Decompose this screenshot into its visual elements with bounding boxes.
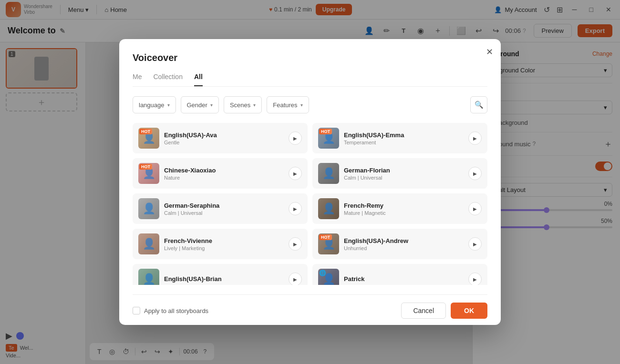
voice-avatar: 👤🌐	[318, 269, 339, 285]
voice-name: German-Seraphina	[164, 202, 284, 209]
voice-filters: language ▾ Gender ▾ Scenes ▾ Features ▾ …	[133, 96, 487, 113]
language-filter[interactable]: language ▾	[133, 96, 176, 113]
voice-avatar: 👤	[138, 233, 159, 254]
voice-name: German-Florian	[344, 167, 464, 174]
voice-description: Calm | Universal	[344, 175, 464, 181]
apply-all-checkbox[interactable]: Apply to all storyboards	[133, 307, 208, 314]
voice-card[interactable]: 👤English(USA)-Brian▶	[133, 264, 308, 285]
voice-card[interactable]: 👤German-SeraphinaCalm | Universal▶	[133, 193, 308, 224]
voice-play-button[interactable]: ▶	[468, 273, 482, 285]
voice-card[interactable]: 👤German-FlorianCalm | Universal▶	[312, 158, 487, 189]
voice-info: English(USA)-AndrewUnhurried	[344, 237, 464, 251]
modal-title: Voiceover	[133, 52, 487, 63]
voice-description: Mature | Magnetic	[344, 210, 464, 216]
voice-info: German-FlorianCalm | Universal	[344, 167, 464, 181]
search-icon: 🔍	[475, 101, 484, 109]
tab-all[interactable]: All	[194, 73, 203, 86]
voice-description: Temperament	[344, 140, 464, 145]
voice-avatar: 👤	[138, 269, 159, 285]
voiceover-modal: Voiceover ✕ Me Collection All language ▾…	[119, 39, 501, 325]
voice-description: Unhurried	[344, 245, 464, 251]
features-chevron-icon: ▾	[300, 102, 303, 108]
voice-name: English(USA)-Andrew	[344, 237, 464, 244]
scenes-chevron-icon: ▾	[253, 102, 256, 108]
voice-card[interactable]: 👤French-RemyMature | Magnetic▶	[312, 193, 487, 224]
tab-me[interactable]: Me	[133, 73, 142, 86]
ok-button[interactable]: OK	[451, 303, 487, 319]
voice-play-button[interactable]: ▶	[289, 202, 302, 215]
voice-card[interactable]: 👤HOTEnglish(USA)-EmmaTemperament▶	[312, 123, 487, 153]
voice-info: French-VivienneLively | Marketing	[164, 237, 284, 251]
voice-avatar: 👤HOT	[138, 128, 159, 149]
voice-info: Chinese-XiaoxiaoNature	[164, 167, 284, 181]
gender-filter[interactable]: Gender ▾	[181, 96, 219, 113]
voice-info: English(USA)-EmmaTemperament	[344, 131, 464, 145]
voice-avatar: 👤	[318, 198, 339, 219]
cancel-button[interactable]: Cancel	[401, 303, 446, 319]
voice-avatar: 👤HOT	[318, 128, 339, 149]
voice-name: English(USA)-Emma	[344, 131, 464, 139]
modal-actions: Cancel OK	[401, 303, 487, 319]
voice-description: Lively | Marketing	[164, 245, 284, 251]
voice-info: English(USA)-AvaGentle	[164, 131, 284, 145]
voice-description: Gentle	[164, 140, 284, 145]
voice-name: English(USA)-Ava	[164, 131, 284, 139]
modal-close-button[interactable]: ✕	[486, 47, 493, 57]
voice-name: French-Vivienne	[164, 237, 284, 244]
voice-info: German-SeraphinaCalm | Universal	[164, 202, 284, 216]
checkbox-input[interactable]	[133, 307, 140, 314]
voice-description: Calm | Universal	[164, 210, 284, 216]
voice-avatar: 👤HOT	[138, 163, 159, 184]
globe-badge: 🌐	[319, 270, 326, 276]
voice-card[interactable]: 👤HOTChinese-XiaoxiaoNature▶	[133, 158, 308, 189]
voice-play-button[interactable]: ▶	[468, 167, 482, 180]
voice-name: English(USA)-Brian	[164, 275, 284, 283]
voice-play-button[interactable]: ▶	[468, 131, 482, 145]
gender-chevron-icon: ▾	[210, 102, 213, 108]
voice-info: English(USA)-Brian	[164, 275, 284, 283]
voice-card[interactable]: 👤🌐Patrick▶	[312, 264, 487, 285]
voice-card[interactable]: 👤HOTEnglish(USA)-AvaGentle▶	[133, 123, 308, 153]
tab-collection[interactable]: Collection	[153, 73, 182, 86]
voice-avatar: 👤	[138, 198, 159, 219]
voice-play-button[interactable]: ▶	[289, 237, 302, 251]
voice-play-button[interactable]: ▶	[289, 273, 302, 285]
voices-grid: 👤HOTEnglish(USA)-AvaGentle▶👤HOTEnglish(U…	[133, 123, 487, 285]
voice-info: Patrick	[344, 275, 464, 283]
voice-play-button[interactable]: ▶	[468, 202, 482, 215]
voice-avatar: 👤	[318, 163, 339, 184]
hot-badge: HOT	[319, 234, 332, 240]
features-filter[interactable]: Features ▾	[267, 96, 309, 113]
hot-badge: HOT	[319, 129, 332, 134]
voice-play-button[interactable]: ▶	[289, 167, 302, 180]
voice-name: Chinese-Xiaoxiao	[164, 167, 284, 174]
voice-avatar: 👤HOT	[318, 233, 339, 254]
language-chevron-icon: ▾	[167, 102, 170, 108]
voice-card[interactable]: 👤French-VivienneLively | Marketing▶	[133, 229, 308, 259]
hot-badge: HOT	[139, 129, 152, 134]
voice-card[interactable]: 👤HOTEnglish(USA)-AndrewUnhurried▶	[312, 229, 487, 259]
hot-badge: HOT	[139, 164, 152, 170]
voice-play-button[interactable]: ▶	[289, 131, 302, 145]
voice-search-button[interactable]: 🔍	[470, 96, 487, 113]
voice-description: Nature	[164, 175, 284, 181]
voice-name: Patrick	[344, 275, 464, 283]
voice-name: French-Remy	[344, 202, 464, 209]
scenes-filter[interactable]: Scenes ▾	[224, 96, 262, 113]
voice-play-button[interactable]: ▶	[468, 237, 482, 251]
voice-info: French-RemyMature | Magnetic	[344, 202, 464, 216]
modal-overlay[interactable]: Voiceover ✕ Me Collection All language ▾…	[0, 0, 620, 364]
modal-tabs: Me Collection All	[133, 73, 487, 87]
modal-footer: Apply to all storyboards Cancel OK	[133, 294, 487, 319]
